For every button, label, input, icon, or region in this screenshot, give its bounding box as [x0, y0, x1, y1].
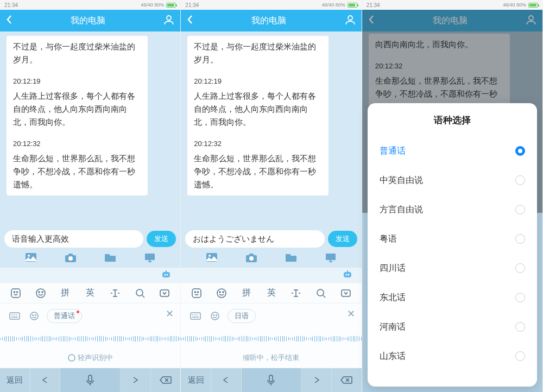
folder-icon[interactable] — [285, 252, 297, 264]
message-bubble: 不过是，与你一起度过柴米油盐的岁月。 20:12:19 人生路上过客很多，每个人… — [187, 36, 329, 195]
svg-point-7 — [167, 274, 168, 275]
backspace-key[interactable] — [151, 368, 181, 392]
right-key[interactable] — [121, 368, 151, 392]
chat-area: 不过是，与你一起度过柴米油盐的岁月。 20:12:19 人生路上过客很多，每个人… — [0, 31, 180, 227]
svg-rect-27 — [344, 272, 351, 277]
status-bar: 21:34 46/40 80% — [362, 0, 542, 10]
chat-area: 不过是，与你一起度过柴米油盐的岁月。 20:12:19 人生路上过客很多，每个人… — [181, 31, 361, 227]
folder-icon[interactable] — [104, 252, 116, 264]
waveform — [181, 335, 361, 343]
return-key[interactable]: 返回 — [0, 368, 30, 392]
robot-icon[interactable] — [161, 269, 172, 281]
lang-option[interactable]: 山东话 — [380, 342, 525, 371]
vp-keyboard-icon[interactable] — [188, 309, 203, 323]
svg-point-9 — [14, 292, 15, 293]
send-button[interactable]: 发送 — [147, 231, 176, 247]
svg-rect-4 — [145, 254, 155, 260]
svg-point-18 — [33, 315, 34, 316]
right-key[interactable] — [301, 368, 332, 392]
svg-point-10 — [16, 292, 17, 293]
voice-panel: 普通话 ✕ 轻声识别中 — [0, 303, 180, 368]
battery-icon — [166, 3, 176, 8]
back-button[interactable] — [186, 14, 194, 27]
back-button[interactable] — [5, 14, 13, 27]
profile-icon[interactable] — [163, 14, 175, 28]
svg-point-41 — [216, 315, 217, 316]
lang-option[interactable]: 河南话 — [380, 312, 525, 342]
profile-icon[interactable] — [525, 14, 537, 28]
kb-smile-tab[interactable] — [209, 288, 234, 299]
mic-key[interactable] — [242, 368, 301, 392]
kb-emoji-tab[interactable] — [184, 288, 209, 299]
svg-point-3 — [68, 256, 73, 261]
vp-face-icon[interactable] — [208, 309, 222, 323]
svg-point-31 — [195, 292, 196, 293]
kb-pinyin-tab[interactable]: 拼 — [53, 287, 78, 299]
mic-key[interactable] — [60, 368, 120, 392]
text-input[interactable]: おはようございません — [185, 230, 324, 248]
kb-pinyin-tab[interactable]: 拼 — [234, 287, 259, 299]
monitor-icon[interactable] — [144, 252, 156, 264]
voice-close-button[interactable]: ✕ — [347, 308, 355, 320]
left-key[interactable] — [211, 368, 242, 392]
svg-point-0 — [167, 16, 171, 20]
svg-rect-42 — [269, 375, 273, 382]
kb-head — [0, 267, 180, 282]
svg-point-22 — [348, 16, 352, 20]
status-bar: 21:34 46/40 80% — [0, 0, 180, 10]
svg-point-25 — [249, 256, 254, 261]
backspace-key[interactable] — [332, 368, 362, 392]
chat-header: 我的电脑 — [362, 10, 542, 31]
radio-icon — [515, 263, 525, 273]
language-chip[interactable]: 日语 — [228, 309, 256, 323]
gallery-icon[interactable] — [25, 252, 37, 264]
input-row: 语音输入更高效 发送 — [0, 227, 180, 250]
lang-option[interactable]: 东北话 — [380, 283, 525, 312]
radio-icon — [515, 293, 525, 302]
radio-icon — [515, 234, 525, 244]
status-time: 21:34 — [4, 2, 18, 8]
send-button[interactable]: 发送 — [328, 231, 357, 247]
language-chip[interactable]: 普通话 — [47, 309, 82, 323]
kb-cursor-tab[interactable] — [283, 289, 308, 298]
status-bar: 21:34 46/40 80% — [181, 0, 361, 10]
voice-close-button[interactable]: ✕ — [166, 308, 174, 320]
kb-emoji-tab[interactable] — [3, 288, 28, 299]
gallery-icon[interactable] — [206, 252, 218, 264]
svg-point-32 — [198, 292, 199, 293]
svg-point-17 — [30, 312, 38, 320]
kb-collapse-tab[interactable] — [333, 289, 358, 298]
lang-option[interactable]: 中英自由说 — [380, 166, 525, 195]
back-button[interactable] — [368, 14, 375, 27]
text-input[interactable]: 语音输入更高效 — [4, 230, 143, 248]
profile-icon[interactable] — [344, 14, 356, 28]
radio-icon — [515, 351, 525, 361]
notif-dot — [77, 311, 79, 313]
kb-cursor-tab[interactable] — [103, 289, 128, 298]
chat-header: 我的电脑 — [181, 10, 361, 31]
vp-face-icon[interactable] — [27, 309, 41, 323]
camera-icon[interactable] — [65, 252, 77, 264]
kb-smile-tab[interactable] — [28, 288, 53, 299]
return-key[interactable]: 返回 — [181, 368, 211, 392]
lang-option[interactable]: 普通话 — [380, 136, 525, 166]
kb-english-tab[interactable]: 英 — [78, 287, 103, 299]
kb-collapse-tab[interactable] — [153, 289, 178, 298]
lang-option[interactable]: 四川话 — [380, 254, 525, 283]
radio-icon — [515, 146, 525, 156]
monitor-icon[interactable] — [325, 252, 337, 264]
camera-icon[interactable] — [245, 252, 257, 264]
kb-search-tab[interactable] — [308, 288, 333, 298]
svg-point-28 — [345, 274, 347, 275]
kb-english-tab[interactable]: 英 — [259, 287, 284, 299]
lang-option[interactable]: 粤语 — [380, 224, 525, 254]
robot-icon[interactable] — [342, 269, 353, 281]
chat-header: 我的电脑 — [0, 10, 180, 31]
lang-option[interactable]: 方言自由说 — [380, 195, 525, 224]
svg-rect-38 — [191, 313, 200, 319]
svg-rect-26 — [326, 254, 336, 260]
svg-point-40 — [213, 315, 214, 316]
kb-search-tab[interactable] — [128, 288, 153, 298]
vp-keyboard-icon[interactable] — [8, 309, 22, 323]
left-key[interactable] — [30, 368, 61, 392]
